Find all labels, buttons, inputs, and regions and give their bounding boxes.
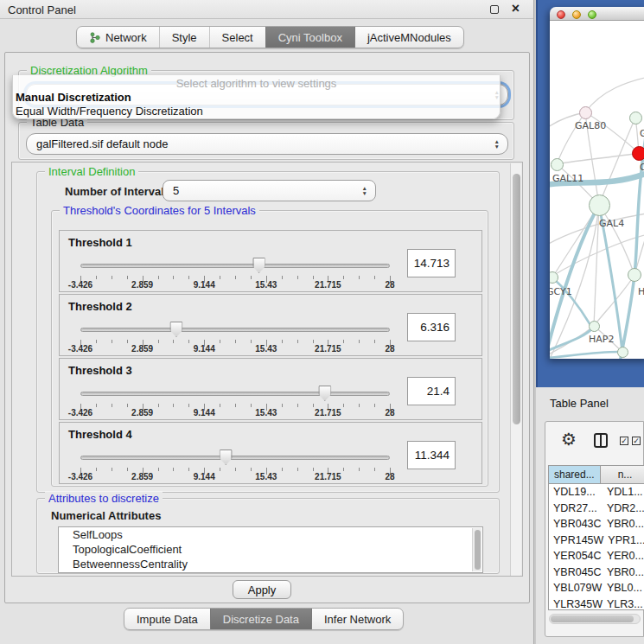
table-cell[interactable]: YDR2... (603, 501, 644, 517)
combo-value: 5 (173, 184, 179, 197)
checkbox-icon[interactable]: ✓ (620, 437, 628, 445)
attributes-scrollbar[interactable] (472, 528, 481, 571)
threshold-value-field[interactable]: 14.713 (407, 249, 456, 277)
tab-jactivemnodules[interactable]: jActiveMNodules (354, 27, 463, 48)
number-of-intervals-combo[interactable]: 5 ▲▼ (163, 180, 376, 201)
float-window-icon[interactable] (490, 5, 499, 14)
list-item[interactable]: TopologicalCoefficient (59, 542, 482, 557)
button-label: Apply (248, 583, 277, 596)
table-row[interactable]: YBL079W YBL0... (549, 580, 644, 596)
slider-thumb[interactable] (220, 450, 233, 465)
table-row[interactable]: YER054C YER0... (549, 548, 644, 564)
table-cell[interactable]: YLR3... (603, 596, 644, 611)
node-circle[interactable] (629, 112, 642, 124)
slider-track[interactable] (80, 456, 390, 460)
zoom-traffic-light[interactable] (588, 10, 596, 19)
dropdown-placeholder-item[interactable]: Select algorithm to view settings (13, 77, 500, 90)
node-label: HAP2 (589, 334, 614, 345)
table-row[interactable]: YBR045C YBR0... (549, 564, 644, 581)
node-circle[interactable] (617, 347, 628, 358)
table-cell[interactable]: YBR045C (549, 564, 603, 581)
list-item[interactable]: SelfLoops (59, 527, 482, 542)
tab-infer-network[interactable]: Infer Network (311, 609, 403, 629)
node-circle[interactable] (632, 146, 644, 161)
column-header-name[interactable]: n... (601, 466, 644, 483)
network-window-titlebar[interactable] (550, 7, 644, 21)
tab-style[interactable]: Style (159, 27, 209, 48)
slider-track[interactable] (80, 328, 390, 332)
tab-impute-data[interactable]: Impute Data (124, 609, 210, 629)
node-circle[interactable] (589, 321, 600, 332)
node-label: GAL80 (575, 120, 606, 131)
node-circle[interactable] (579, 106, 592, 119)
tab-network[interactable]: Network (77, 27, 159, 48)
table-cell[interactable]: YDL1... (603, 484, 644, 501)
table-cell[interactable]: YER0... (603, 548, 644, 564)
combo-stepper-icon[interactable]: ▲▼ (494, 139, 500, 150)
checkbox-icon[interactable]: ✓ (632, 437, 641, 445)
table-cell[interactable]: YDR27... (549, 501, 603, 517)
dropdown-item-equal-width[interactable]: Equal Width/Frequency Discretization (13, 105, 500, 118)
scrollbar-thumb[interactable] (475, 530, 481, 570)
network-view-window[interactable]: GAL80 GA C GAL11 GAL4 (550, 7, 644, 359)
columns-icon[interactable] (594, 433, 608, 448)
list-item[interactable]: BetweennessCentrality (59, 557, 482, 571)
apply-button[interactable]: Apply (233, 580, 291, 599)
threshold-slider[interactable] (80, 257, 390, 274)
table-cell[interactable]: YPR1... (603, 532, 644, 549)
slider-track[interactable] (80, 392, 390, 396)
threshold-label: Threshold 3 (68, 364, 132, 377)
node-circle[interactable] (628, 268, 641, 282)
node-circle[interactable] (551, 158, 564, 171)
control-panel: Control Panel × Network Style Select Cyn… (0, 0, 534, 644)
gear-icon[interactable]: ⚙ (561, 429, 577, 450)
vertical-scrollbar[interactable] (510, 163, 521, 576)
table-cell[interactable]: YER054C (549, 548, 603, 564)
scrollbar-thumb[interactable] (551, 615, 634, 622)
numerical-attributes-list[interactable]: SelfLoopsTopologicalCoefficientBetweenne… (58, 526, 483, 573)
table-cell[interactable]: YBR0... (603, 516, 644, 532)
network-edges (550, 21, 644, 359)
threshold-slider[interactable] (80, 449, 390, 466)
threshold-value-field[interactable]: 21.4 (407, 377, 456, 405)
threshold-slider[interactable] (80, 385, 390, 402)
minimize-traffic-light[interactable] (572, 10, 581, 19)
network-canvas[interactable]: GAL80 GA C GAL11 GAL4 (550, 21, 644, 359)
dropdown-item-manual-discretization[interactable]: Manual Discretization (13, 91, 500, 104)
table-row[interactable]: YDL19... YDL1... (549, 484, 644, 501)
table-cell[interactable]: YDL19... (549, 484, 603, 501)
slider-track[interactable] (80, 264, 390, 268)
node-circle[interactable] (589, 194, 610, 216)
tab-cyni-toolbox[interactable]: Cyni Toolbox (265, 27, 354, 48)
tab-discretize-data[interactable]: Discretize Data (210, 609, 311, 629)
table-cell[interactable]: YBR0... (603, 564, 644, 581)
horizontal-scrollbar[interactable] (549, 614, 641, 624)
combo-stepper-icon[interactable]: ▲▼ (362, 186, 367, 196)
table-row[interactable]: YBR043C YBR0... (549, 516, 644, 532)
threshold-value-field[interactable]: 11.344 (407, 441, 456, 469)
table-data-combo[interactable]: galFiltered.sif default node ▲▼ (26, 133, 508, 155)
table-row[interactable]: YDR27... YDR2... (549, 501, 644, 517)
close-icon[interactable]: × (512, 1, 520, 16)
table-rows: YDL19... YDL1... YDR27... YDR2... YBR043… (549, 484, 644, 610)
slider-thumb[interactable] (169, 322, 182, 337)
table-row[interactable]: YLR345W YLR3... (549, 596, 644, 611)
threshold-value-field[interactable]: 6.316 (407, 313, 456, 341)
table-row[interactable]: YPR145W YPR1... (549, 532, 644, 549)
tab-select[interactable]: Select (209, 27, 265, 48)
table-cell[interactable]: YBR043C (549, 516, 603, 532)
threshold-label: Threshold 1 (68, 236, 132, 249)
column-header-shared-name[interactable]: shared... (549, 466, 601, 483)
table-cell[interactable]: YPR145W (549, 532, 603, 549)
table-cell[interactable]: YBL079W (549, 580, 603, 596)
threshold-slider[interactable] (80, 321, 390, 338)
close-traffic-light[interactable] (557, 10, 565, 19)
slider-thumb[interactable] (318, 386, 331, 401)
table-cell[interactable]: YBL0... (603, 580, 644, 596)
slider-axis: -3.4262.8599.14415.4321.71528 (80, 472, 390, 482)
group-title: Attributes to discretize (45, 492, 163, 505)
tab-label: Network (105, 31, 147, 44)
slider-thumb[interactable] (252, 258, 265, 273)
table-cell[interactable]: YLR345W (549, 596, 603, 611)
scrollbar-thumb[interactable] (513, 174, 520, 424)
